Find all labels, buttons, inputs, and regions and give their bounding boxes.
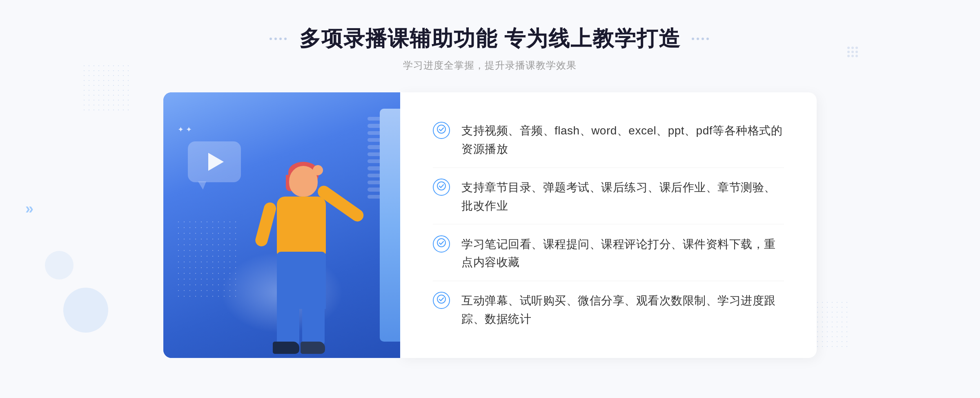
- check-icon-3: [437, 238, 446, 250]
- svg-point-11: [279, 38, 282, 40]
- chevron-left-deco: »: [25, 200, 33, 217]
- check-circle-4: [433, 292, 450, 309]
- svg-point-9: [270, 38, 272, 40]
- header-dots-right: [689, 35, 713, 43]
- feature-text-4: 互动弹幕、试听购买、微信分享、观看次数限制、学习进度跟踪、数据统计: [461, 292, 784, 329]
- check-circle-2: [433, 179, 450, 196]
- page-title: 多项录播课辅助功能 专为线上教学打造: [299, 25, 681, 53]
- dots-deco-left: [82, 63, 131, 112]
- feature-item-1: 支持视频、音频、flash、word、excel、ppt、pdf等各种格式的资源…: [433, 113, 784, 168]
- header-dots-left: [267, 35, 291, 43]
- header-section: 多项录播课辅助功能 专为线上教学打造 学习进度全掌握，提升录播课教学效果: [267, 25, 713, 72]
- feature-text-2: 支持章节目录、弹题考试、课后练习、课后作业、章节测验、批改作业: [461, 179, 784, 215]
- svg-point-14: [697, 38, 699, 40]
- svg-point-20: [437, 295, 445, 303]
- svg-point-18: [437, 182, 445, 190]
- feature-item-3: 学习笔记回看、课程提问、课程评论打分、课件资料下载，重点内容收藏: [433, 226, 784, 282]
- person-leg-right: [302, 297, 325, 346]
- svg-point-13: [692, 38, 694, 40]
- person-shoe-left: [273, 342, 299, 354]
- content-area: ✦ ✦: [163, 92, 817, 358]
- svg-point-2: [855, 47, 858, 49]
- feature-text-1: 支持视频、音频、flash、word、excel、ppt、pdf等各种格式的资源…: [461, 122, 784, 159]
- svg-point-12: [284, 38, 287, 40]
- person-figure: [236, 154, 350, 358]
- svg-point-0: [847, 47, 850, 49]
- svg-point-8: [855, 55, 858, 57]
- svg-point-4: [851, 51, 854, 53]
- content-panel: 支持视频、音频、flash、word、excel、ppt、pdf等各种格式的资源…: [400, 92, 817, 358]
- illustration-bg: ✦ ✦: [163, 92, 400, 358]
- svg-point-6: [847, 55, 850, 57]
- svg-point-7: [851, 55, 854, 57]
- check-icon-2: [437, 181, 446, 193]
- page-container: » 多项录播课辅助功能 专为线上教学打造: [0, 0, 980, 398]
- check-circle-1: [433, 122, 450, 139]
- svg-point-17: [437, 125, 445, 133]
- stars-deco: ✦ ✦: [178, 125, 192, 134]
- check-icon-4: [437, 295, 446, 306]
- svg-point-16: [706, 38, 709, 40]
- deco-circle-small: [45, 251, 74, 279]
- svg-point-15: [702, 38, 704, 40]
- person-arm-left: [254, 201, 277, 248]
- play-icon: [208, 153, 224, 171]
- svg-point-3: [847, 51, 850, 53]
- feature-text-3: 学习笔记回看、课程提问、课程评论打分、课件资料下载，重点内容收藏: [461, 235, 784, 272]
- illustration-container: ✦ ✦: [163, 92, 400, 358]
- person-body: [277, 197, 326, 258]
- check-icon-1: [437, 125, 446, 136]
- check-circle-3: [433, 235, 450, 253]
- svg-point-5: [855, 51, 858, 53]
- chevron-right-deco: [847, 45, 862, 62]
- svg-point-10: [274, 38, 277, 40]
- person-shoe-right: [301, 342, 325, 354]
- person-leg-left: [277, 297, 299, 346]
- play-bubble-box: [188, 141, 241, 182]
- deco-circle-large: [63, 288, 108, 333]
- person-hand: [313, 165, 323, 175]
- feature-item-2: 支持章节目录、弹题考试、课后练习、课后作业、章节测验、批改作业: [433, 170, 784, 225]
- feature-item-4: 互动弹幕、试听购买、微信分享、观看次数限制、学习进度跟踪、数据统计: [433, 283, 784, 338]
- header-decorators: 多项录播课辅助功能 专为线上教学打造: [267, 25, 713, 53]
- page-subtitle: 学习进度全掌握，提升录播课教学效果: [267, 59, 713, 72]
- svg-point-19: [437, 239, 445, 247]
- svg-point-1: [851, 47, 854, 49]
- blue-side-panel: [380, 109, 400, 342]
